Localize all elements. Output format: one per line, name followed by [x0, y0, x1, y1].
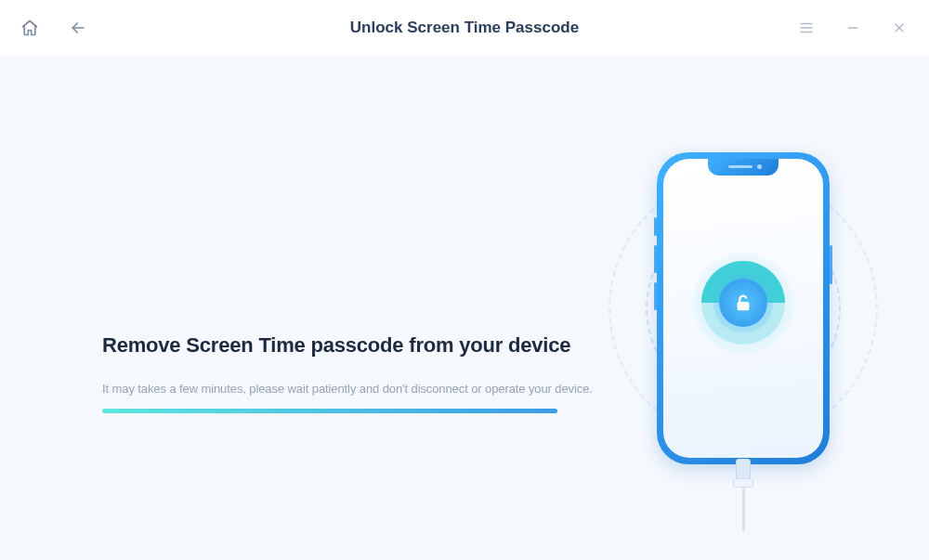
menu-button[interactable] — [795, 17, 818, 39]
minimize-icon — [845, 20, 860, 35]
illustration-column — [595, 93, 892, 523]
phone-icon — [657, 152, 830, 464]
close-button[interactable] — [888, 17, 910, 39]
arrow-left-icon — [69, 19, 87, 37]
phone-side-button-icon — [654, 245, 657, 273]
minimize-button[interactable] — [842, 17, 864, 39]
content-area: Remove Screen Time passcode from your de… — [0, 56, 929, 560]
home-icon — [20, 19, 39, 37]
phone-notch-icon — [708, 159, 779, 176]
menu-icon — [798, 20, 815, 36]
titlebar-left — [19, 17, 89, 39]
unlock-icon — [733, 293, 753, 313]
cable-icon — [732, 459, 754, 531]
close-icon — [892, 20, 907, 35]
phone-illustration — [595, 113, 892, 503]
text-column: Remove Screen Time passcode from your de… — [102, 203, 595, 413]
phone-side-button-icon — [654, 217, 657, 236]
unlock-badge — [719, 279, 767, 327]
home-button[interactable] — [19, 17, 41, 39]
page-subtext: It may takes a few minutes, please wait … — [102, 382, 595, 396]
progress-bar — [102, 409, 557, 413]
back-button[interactable] — [67, 17, 89, 39]
center-graphic — [687, 247, 799, 358]
phone-screen — [663, 159, 823, 458]
window-title: Unlock Screen Time Passcode — [350, 19, 579, 37]
svg-point-7 — [742, 304, 745, 306]
phone-side-button-icon — [830, 245, 832, 284]
titlebar-right — [795, 17, 910, 39]
phone-side-button-icon — [654, 282, 657, 310]
page-heading: Remove Screen Time passcode from your de… — [102, 333, 595, 358]
titlebar: Unlock Screen Time Passcode — [0, 0, 929, 56]
